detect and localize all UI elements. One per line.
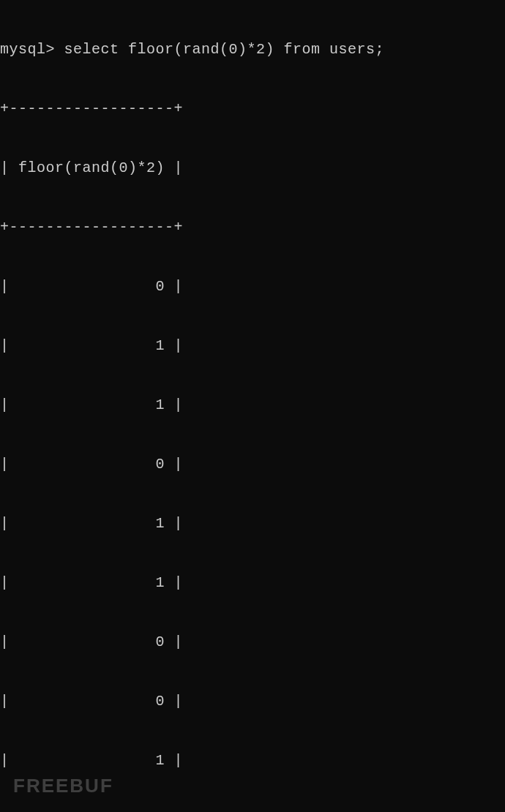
table-header: | floor(rand(0)*2) | (0, 158, 505, 178)
table-row: | 0 | (0, 454, 505, 474)
mysql-prompt: mysql> (0, 41, 64, 58)
table-row: | 1 | (0, 336, 505, 356)
query-line: mysql> select floor(rand(0)*2) from user… (0, 40, 505, 59)
table-row: | 1 | (0, 751, 505, 770)
sql-statement: select floor(rand(0)*2) from users; (64, 41, 385, 58)
terminal-output: mysql> select floor(rand(0)*2) from user… (0, 0, 505, 812)
table-row: | 0 | (0, 277, 505, 296)
table-row: | 1 | (0, 395, 505, 415)
table-row: | 1 | (0, 514, 505, 533)
table-row: | 0 | (0, 632, 505, 652)
table-row: | 1 | (0, 573, 505, 593)
table-row: | 0 | (0, 691, 505, 711)
table-border: +------------------+ (0, 99, 505, 119)
table-border: +------------------+ (0, 217, 505, 237)
